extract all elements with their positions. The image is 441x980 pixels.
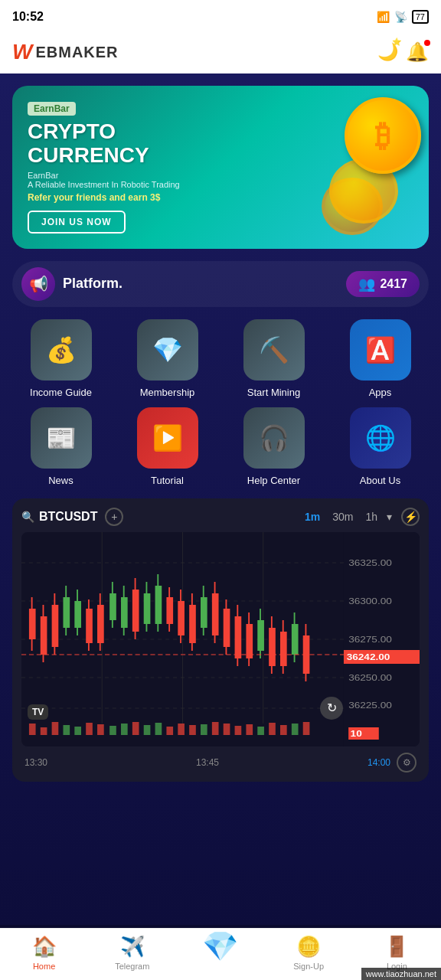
refresh-button[interactable]: ↻ [320, 697, 343, 720]
bell-icon[interactable]: 🔔 [406, 41, 429, 63]
menu-item-apps[interactable]: 🅰️ Apps [332, 319, 429, 398]
menu-icon-start-mining: ⛏️ [243, 319, 305, 381]
chart-time-3: 14:00 [368, 757, 390, 768]
chart-footer: 13:30 13:45 14:00 ⚙ [21, 753, 420, 773]
menu-label-start-mining: Start Mining [247, 387, 300, 398]
menu-grid: 💰 Income Guide 💎 Membership ⛏️ Start Min… [12, 319, 429, 486]
wifi-icon: 📡 [394, 11, 407, 23]
menu-item-membership[interactable]: 💎 Membership [119, 319, 216, 398]
menu-icon-news: 📰 [31, 407, 92, 469]
header-icons: 🌙 ⭐ 🔔 [377, 41, 429, 63]
join-us-button[interactable]: JOIN US NOW [28, 211, 126, 234]
menu-icon-tutorial: ▶️ [137, 407, 198, 469]
menu-icon-income-guide: 💰 [31, 319, 92, 381]
menu-label-help-center: Help Center [247, 475, 300, 486]
svg-rect-65 [97, 724, 104, 735]
svg-text:36250.00: 36250.00 [348, 673, 392, 682]
menu-label-income-guide: Income Guide [30, 387, 92, 398]
count-value: 2417 [380, 277, 407, 291]
platform-row: 📢 Platform. 👥 2417 [12, 261, 429, 307]
nav-icon-diamond: 💎 [202, 929, 238, 963]
menu-item-income-guide[interactable]: 💰 Income Guide [12, 319, 109, 398]
banner-title: CRYPTO CURRENCY [28, 120, 259, 168]
timeframe-1m[interactable]: 1m [302, 509, 323, 524]
signal-icon: 📶 [377, 11, 390, 23]
nav-item-home[interactable]: 🏠Home [21, 935, 67, 971]
nav-item-signup[interactable]: 🪙Sign-Up [286, 935, 332, 971]
svg-rect-70 [155, 723, 162, 735]
bell-dot [424, 40, 430, 46]
svg-rect-78 [246, 724, 253, 735]
platform-text: Platform. [63, 276, 122, 292]
svg-rect-83 [303, 722, 310, 735]
chart-time-1: 13:30 [24, 757, 47, 768]
menu-item-tutorial[interactable]: ▶️ Tutorial [119, 407, 216, 486]
menu-item-start-mining[interactable]: ⛏️ Start Mining [225, 319, 322, 398]
menu-item-help-center[interactable]: 🎧 Help Center [225, 407, 322, 486]
chart-symbol: 🔍 BTCUSDT [21, 510, 97, 524]
status-icons: 📶 📡 77 [377, 10, 429, 24]
nav-label-telegram: Telegram [115, 962, 149, 971]
menu-label-about-us: About Us [360, 475, 400, 486]
nav-icon-login: 🚪 [384, 935, 409, 959]
timeframe-1h[interactable]: 1h [362, 509, 381, 524]
svg-rect-62 [63, 725, 70, 735]
svg-rect-76 [224, 724, 230, 735]
menu-item-news[interactable]: 📰 News [12, 407, 109, 486]
megaphone-icon: 📢 [21, 267, 55, 301]
battery-icon: 77 [412, 10, 429, 24]
nav-item-login[interactable]: 🚪Login [374, 935, 420, 971]
platform-left: 📢 Platform. [21, 267, 122, 301]
svg-rect-61 [52, 722, 59, 735]
svg-text:36325.00: 36325.00 [348, 558, 392, 567]
status-bar: 10:52 📶 📡 77 [0, 0, 441, 34]
svg-rect-69 [144, 725, 151, 735]
chart-settings-button[interactable]: ⚙ [397, 753, 416, 773]
menu-item-about-us[interactable]: 🌐 About Us [332, 407, 429, 486]
svg-rect-82 [292, 724, 299, 735]
svg-text:36300.00: 36300.00 [348, 596, 392, 606]
header: W EBMAKER 🌙 ⭐ 🔔 [0, 34, 441, 74]
nav-label-home: Home [33, 962, 55, 971]
svg-rect-60 [41, 727, 47, 735]
menu-icon-apps: 🅰️ [350, 319, 411, 381]
logo-w: W [12, 40, 32, 64]
svg-rect-74 [201, 724, 207, 735]
search-icon-small: 🔍 [21, 511, 34, 523]
menu-label-membership: Membership [140, 387, 195, 398]
nav-item-telegram[interactable]: ✈️Telegram [109, 935, 155, 971]
svg-rect-71 [166, 727, 173, 735]
chart-indicators[interactable]: ⚡ [401, 508, 420, 526]
nav-item-diamond[interactable]: 💎 [198, 943, 243, 963]
status-time: 10:52 [12, 10, 44, 24]
chart-container: 🔍 BTCUSDT + 1m 30m 1h ▾ ⚡ [12, 498, 429, 782]
chart-header: 🔍 BTCUSDT + 1m 30m 1h ▾ ⚡ [21, 508, 420, 526]
svg-text:36242.00: 36242.00 [347, 652, 390, 662]
svg-rect-72 [178, 724, 185, 735]
svg-rect-64 [86, 723, 93, 735]
main-coin [345, 97, 421, 174]
svg-text:10: 10 [351, 729, 362, 738]
platform-count: 👥 2417 [346, 271, 420, 297]
nav-label-signup: Sign-Up [293, 962, 324, 971]
nav-icon-home: 🏠 [32, 935, 57, 959]
watermark: www.tiaоzhuan.net [361, 968, 441, 980]
moon-icon[interactable]: 🌙 ⭐ [377, 42, 398, 62]
earnbar-label: EarnBar [28, 102, 76, 116]
svg-text:36275.00: 36275.00 [348, 635, 392, 644]
people-icon: 👥 [358, 276, 375, 292]
svg-rect-73 [189, 725, 196, 735]
timeframe-30m[interactable]: 30m [329, 509, 356, 524]
svg-rect-66 [109, 726, 116, 735]
timeframe-more[interactable]: ▾ [387, 511, 392, 523]
nav-icon-signup: 🪙 [296, 935, 321, 959]
svg-rect-75 [212, 722, 219, 735]
menu-icon-help-center: 🎧 [243, 407, 305, 469]
svg-rect-68 [132, 722, 139, 735]
chart-area: 36325.00 36300.00 36275.00 36250.00 3624… [21, 532, 420, 746]
chart-plus-button[interactable]: + [105, 508, 123, 526]
svg-rect-77 [235, 726, 242, 735]
chart-time-2: 13:45 [196, 757, 219, 768]
svg-text:36225.00: 36225.00 [348, 701, 392, 710]
svg-rect-81 [280, 725, 287, 735]
